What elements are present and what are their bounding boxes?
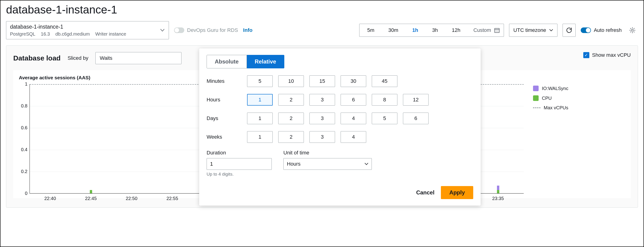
svg-point-5 <box>496 32 496 32</box>
ytick: 0 <box>16 191 28 196</box>
page-title: database-1-instance-1 <box>6 3 638 16</box>
legend-cpu[interactable]: CPU <box>533 95 568 101</box>
preset-row-minutes: Minutes510153045 <box>206 75 473 87</box>
preset-weeks-3[interactable]: 3 <box>310 131 335 143</box>
ytick: 0.8 <box>16 103 28 108</box>
refresh-button[interactable] <box>562 24 576 37</box>
gear-icon <box>629 27 636 34</box>
refresh-icon <box>566 27 572 34</box>
preset-hours-2[interactable]: 2 <box>278 94 304 106</box>
xtick: 22:45 <box>85 196 96 201</box>
devops-info-link[interactable]: Info <box>243 27 252 33</box>
unit-label: Unit of time <box>284 150 372 156</box>
xtick: 22:55 <box>166 196 178 201</box>
preset-days-4[interactable]: 4 <box>340 112 366 124</box>
checkbox-checked-icon: ✓ <box>583 52 589 58</box>
auto-refresh-label: Auto refresh <box>594 27 622 33</box>
chevron-down-icon <box>160 29 164 32</box>
custom-range-popover: Absolute Relative Minutes510153045Hours1… <box>199 48 481 206</box>
ytick: 0.4 <box>16 147 28 152</box>
ytick: 0.6 <box>16 125 28 130</box>
sliced-by-select[interactable]: Waits <box>96 52 182 64</box>
duration-label: Duration <box>206 150 272 156</box>
chart-legend: IO:WALSync CPU Max vCPUs <box>533 75 568 194</box>
preset-days-2[interactable]: 2 <box>278 112 304 124</box>
preset-minutes-10[interactable]: 10 <box>278 75 304 87</box>
preset-weeks-4[interactable]: 4 <box>340 131 366 143</box>
preset-days-5[interactable]: 5 <box>372 112 398 124</box>
preset-days-6[interactable]: 6 <box>403 112 428 124</box>
panel-title: Database load <box>13 54 60 62</box>
preset-row-days: Days123456 <box>206 112 473 124</box>
instance-version: 16.3 <box>41 32 50 36</box>
range-30m[interactable]: 30m <box>381 24 405 36</box>
chevron-down-icon <box>364 163 368 165</box>
auto-refresh-toggle[interactable]: Auto refresh <box>581 27 622 33</box>
unit-select[interactable]: Hours <box>284 158 372 170</box>
preset-weeks-1[interactable]: 1 <box>247 131 273 143</box>
svg-point-4 <box>498 30 498 31</box>
range-12h[interactable]: 12h <box>445 24 468 36</box>
tab-absolute[interactable]: Absolute <box>206 55 247 68</box>
duration-input[interactable] <box>206 158 272 170</box>
svg-point-3 <box>497 30 497 31</box>
bar-IO:WALSync <box>497 186 499 190</box>
legend-max[interactable]: Max vCPUs <box>533 105 568 110</box>
instance-selector[interactable]: database-1-instance-1 PostgreSQL 16.3 db… <box>6 21 169 39</box>
devops-guru-label: DevOps Guru for RDS <box>187 27 238 33</box>
devops-guru-toggle[interactable]: DevOps Guru for RDS <box>174 27 238 33</box>
xtick: 23:35 <box>492 196 504 201</box>
settings-button[interactable] <box>627 25 638 36</box>
calendar-icon <box>494 28 500 33</box>
preset-hours-6[interactable]: 6 <box>340 94 366 106</box>
preset-minutes-30[interactable]: 30 <box>340 75 366 87</box>
duration-hint: Up to 4 digits. <box>206 172 272 177</box>
bar-CPU <box>497 190 499 193</box>
preset-label: Minutes <box>206 78 242 84</box>
preset-hours-1[interactable]: 1 <box>247 94 273 106</box>
xtick: 22:50 <box>126 196 137 201</box>
preset-label: Hours <box>206 97 242 103</box>
preset-weeks-2[interactable]: 2 <box>278 131 304 143</box>
preset-minutes-15[interactable]: 15 <box>310 75 335 87</box>
preset-hours-3[interactable]: 3 <box>310 94 335 106</box>
time-range-tabs: 5m 30m 1h 3h 12h Custom <box>359 24 504 37</box>
preset-days-3[interactable]: 3 <box>310 112 335 124</box>
timezone-select[interactable]: UTC timezone <box>509 24 558 37</box>
legend-dash-icon <box>533 108 540 108</box>
ytick: 0.2 <box>16 169 28 174</box>
bar-CPU <box>90 190 92 193</box>
instance-class: db.c6gd.medium <box>55 32 90 36</box>
svg-point-6 <box>497 32 497 32</box>
legend-io[interactable]: IO:WALSync <box>533 86 568 91</box>
range-3h[interactable]: 3h <box>425 24 445 36</box>
instance-name: database-1-instance-1 <box>10 24 157 30</box>
legend-swatch <box>533 86 538 91</box>
preset-hours-8[interactable]: 8 <box>372 94 398 106</box>
instance-engine: PostgreSQL <box>10 32 35 36</box>
svg-point-2 <box>496 30 496 31</box>
instance-role: Writer instance <box>95 32 126 36</box>
tab-relative[interactable]: Relative <box>247 55 284 68</box>
apply-button[interactable]: Apply <box>441 186 473 199</box>
preset-label: Weeks <box>206 134 242 140</box>
svg-point-7 <box>498 32 498 32</box>
preset-hours-12[interactable]: 12 <box>403 94 428 106</box>
cancel-button[interactable]: Cancel <box>416 189 434 196</box>
preset-minutes-5[interactable]: 5 <box>247 75 273 87</box>
preset-row-weeks: Weeks1234 <box>206 131 473 143</box>
ytick: 1 <box>16 82 28 87</box>
range-1h[interactable]: 1h <box>405 24 425 36</box>
preset-days-1[interactable]: 1 <box>247 112 273 124</box>
preset-minutes-45[interactable]: 45 <box>372 75 398 87</box>
range-5m[interactable]: 5m <box>360 24 382 36</box>
chevron-down-icon <box>549 29 553 32</box>
preset-row-hours: Hours1236812 <box>206 94 473 106</box>
show-max-vcpu-checkbox[interactable]: ✓ Show max vCPU <box>583 52 631 58</box>
xtick: 22:40 <box>44 196 56 201</box>
sliced-by-label: Sliced by <box>68 55 88 61</box>
range-custom[interactable]: Custom <box>468 24 503 36</box>
legend-swatch <box>533 95 538 101</box>
svg-point-8 <box>632 29 633 31</box>
preset-label: Days <box>206 115 242 122</box>
